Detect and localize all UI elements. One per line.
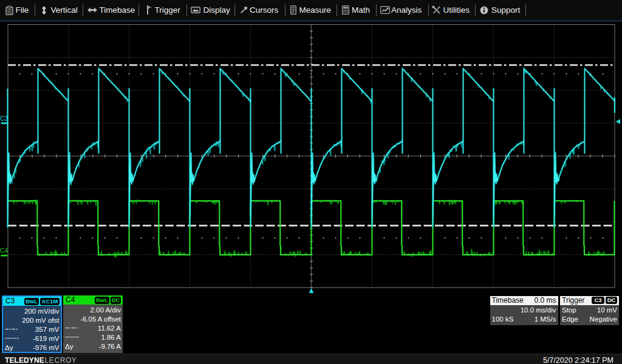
svg-text:C4: C4 xyxy=(0,248,8,254)
svg-text:C3: C3 xyxy=(0,115,8,122)
